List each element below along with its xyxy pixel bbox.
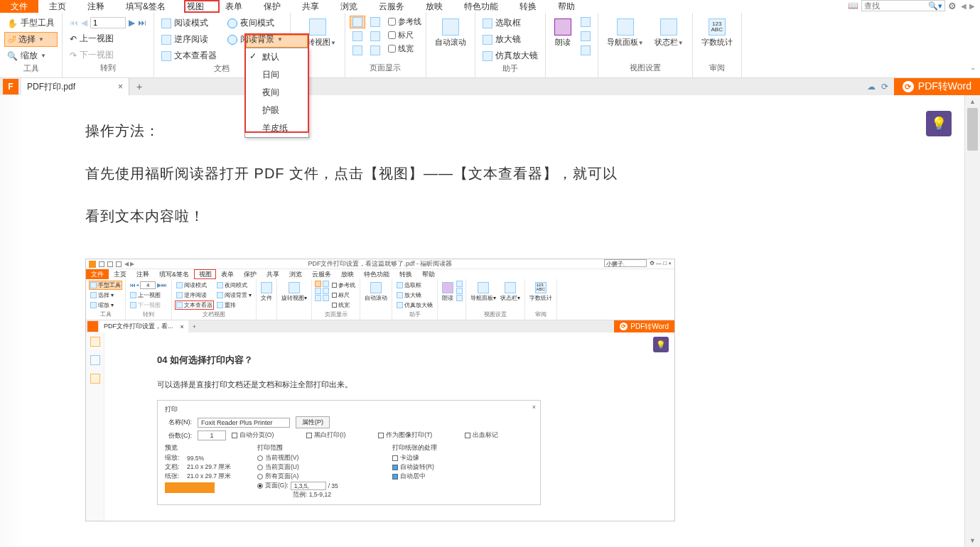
se-print-dialog: × 打印 名称(N): Foxit Reader Plus Printer 属性…: [157, 400, 541, 505]
layout-facing[interactable]: [350, 44, 365, 57]
next-view[interactable]: ↷下一视图: [67, 48, 149, 63]
new-tab[interactable]: +: [129, 81, 149, 92]
menu-fillsign[interactable]: 填写&签名: [115, 0, 176, 13]
linewidth-check[interactable]: 线宽: [388, 43, 421, 55]
layout-icon: [352, 31, 362, 41]
reverse-icon: [161, 35, 171, 45]
hand-tool[interactable]: ✋手型工具: [4, 16, 58, 31]
pdf-to-word[interactable]: ⟳ PDF转Word: [894, 78, 980, 95]
ribbon-collapse[interactable]: ⌃: [970, 67, 976, 75]
read-mode[interactable]: 阅读模式: [158, 16, 220, 31]
page-input[interactable]: [90, 17, 126, 28]
nav-panel[interactable]: 导航面板▼: [603, 16, 648, 63]
content-area: 操作方法： 首先使用福昕阅读器打开 PDF 文件，点击【视图】——【文本查看器】…: [0, 95, 964, 547]
autoscroll[interactable]: 自动滚动: [431, 16, 470, 65]
scroll-thumb[interactable]: [967, 108, 978, 151]
menubar: 文件 主页 注释 填写&签名 视图 表单 保护 共享 浏览 云服务 放映 特色功…: [0, 0, 980, 13]
tab-title: PDF打印.pdf: [27, 81, 75, 93]
group-title: 工具: [4, 63, 58, 75]
vertical-scrollbar[interactable]: ▲ ▼: [964, 95, 980, 547]
read-aloud[interactable]: 朗读: [550, 16, 576, 65]
layout-cont[interactable]: [350, 30, 365, 43]
layout-single[interactable]: [350, 16, 365, 28]
reverse-read[interactable]: 逆序阅读: [158, 32, 220, 47]
read-opt3[interactable]: [578, 44, 593, 57]
fake-mag-icon: [483, 51, 492, 61]
guide-check[interactable]: 参考线: [388, 16, 421, 28]
page-nav: ⏮ ◀ ▶ ⏭: [67, 16, 149, 30]
bg-night[interactable]: 夜间: [245, 84, 308, 102]
para: 看到文本内容啦！: [85, 195, 936, 237]
layout-icon: [370, 45, 380, 55]
read-opt1[interactable]: [578, 16, 593, 28]
menu-help[interactable]: 帮助: [547, 0, 586, 13]
se-window-title: PDF文件打印设置，看这篇就够了.pdf - 福昕阅读器: [86, 259, 674, 269]
menu-browse[interactable]: 浏览: [330, 0, 368, 13]
select-tool[interactable]: ⮰选择▼: [4, 32, 58, 47]
prev-view[interactable]: ↶上一视图: [67, 31, 149, 46]
settings-icon[interactable]: ⚙: [948, 1, 957, 11]
menu-file[interactable]: 文件: [0, 0, 38, 13]
cloud-icon[interactable]: ☁: [867, 82, 876, 92]
night-mode[interactable]: 夜间模式: [225, 16, 286, 31]
select-icon: ⮰: [7, 35, 16, 45]
menu-form[interactable]: 表单: [215, 0, 253, 13]
menu-comment[interactable]: 注释: [77, 0, 115, 13]
group-readaloud: 朗读: [546, 13, 598, 77]
group-tools: ✋手型工具 ⮰选择▼ 🔍缩放▼ 工具: [0, 13, 63, 77]
group-goto: ⏮ ◀ ▶ ⏭ ↶上一视图 ↷下一视图 转到: [63, 13, 154, 77]
group-title: 助手: [480, 63, 541, 75]
group-assistant: 选取框 放大镜 仿真放大镜 助手: [475, 13, 546, 77]
speaker-icon: [554, 18, 571, 36]
menu-share[interactable]: 共享: [291, 0, 330, 13]
menu-view[interactable]: 视图: [176, 0, 215, 13]
zoom-icon: 🔍: [7, 51, 18, 61]
scroll-down[interactable]: ▼: [965, 534, 980, 547]
layout-3[interactable]: [367, 30, 383, 43]
next-page[interactable]: ▶: [129, 18, 135, 28]
menu-slideshow[interactable]: 放映: [415, 0, 453, 13]
convert-icon: ⟳: [903, 81, 914, 92]
status-bar[interactable]: 状态栏▼: [650, 16, 688, 63]
sidebar-strip: [0, 95, 25, 547]
tab-close[interactable]: ×: [118, 82, 123, 92]
search-input[interactable]: [862, 1, 926, 10]
menu-feature[interactable]: 特色功能: [453, 0, 509, 13]
read-bg-dropdown: 默认 日间 夜间 护眼 羊皮纸: [244, 48, 309, 138]
text-viewer[interactable]: 文本查看器: [158, 48, 220, 63]
bulb-icon[interactable]: 💡: [926, 111, 952, 136]
layout-icon: [352, 17, 362, 27]
menu-cloud[interactable]: 云服务: [368, 0, 415, 13]
word-count[interactable]: 123ABC 字数统计: [697, 16, 737, 63]
doc-tab[interactable]: PDF打印.pdf ×: [21, 78, 129, 95]
layout-icon: [352, 45, 362, 55]
ruler-check[interactable]: 标尺: [388, 29, 421, 41]
menu-protect[interactable]: 保护: [253, 0, 291, 13]
marquee[interactable]: 选取框: [480, 16, 541, 31]
menu-home[interactable]: 主页: [38, 0, 77, 13]
embedded-screenshot: ◀ ▶ PDF文件打印设置，看这篇就够了.pdf - 福昕阅读器 小狮子. ⚙ …: [85, 259, 675, 521]
zoom-tool[interactable]: 🔍缩放▼: [4, 48, 58, 63]
prev-page[interactable]: ◀: [81, 18, 87, 28]
bg-day[interactable]: 日间: [245, 66, 308, 84]
sync-icon[interactable]: ⟳: [881, 82, 888, 92]
magnifier[interactable]: 放大镜: [480, 32, 541, 47]
bg-eye[interactable]: 护眼: [245, 102, 308, 119]
read-opt2[interactable]: [578, 30, 593, 43]
layout-2[interactable]: [367, 16, 383, 28]
first-page[interactable]: ⏮: [70, 18, 78, 28]
last-page[interactable]: ⏭: [138, 18, 146, 28]
app-icon[interactable]: F: [3, 79, 18, 94]
fake-magnifier[interactable]: 仿真放大镜: [480, 48, 541, 63]
bg-default[interactable]: 默认: [245, 48, 308, 66]
layout-4[interactable]: [367, 44, 383, 57]
night-icon: [227, 18, 237, 28]
tab-bar: F PDF打印.pdf × + ☁ ⟳ ⟳ PDF转Word: [0, 78, 980, 95]
book-icon[interactable]: 📖: [848, 1, 858, 11]
menu-convert[interactable]: 转换: [509, 0, 547, 13]
bg-parchment[interactable]: 羊皮纸: [245, 119, 308, 137]
search-icon[interactable]: 🔍▾: [926, 1, 944, 11]
nav-arrows: ◀▶: [959, 1, 976, 11]
scroll-up[interactable]: ▲: [965, 95, 980, 108]
read-bg[interactable]: 阅读背景▼: [225, 32, 286, 47]
